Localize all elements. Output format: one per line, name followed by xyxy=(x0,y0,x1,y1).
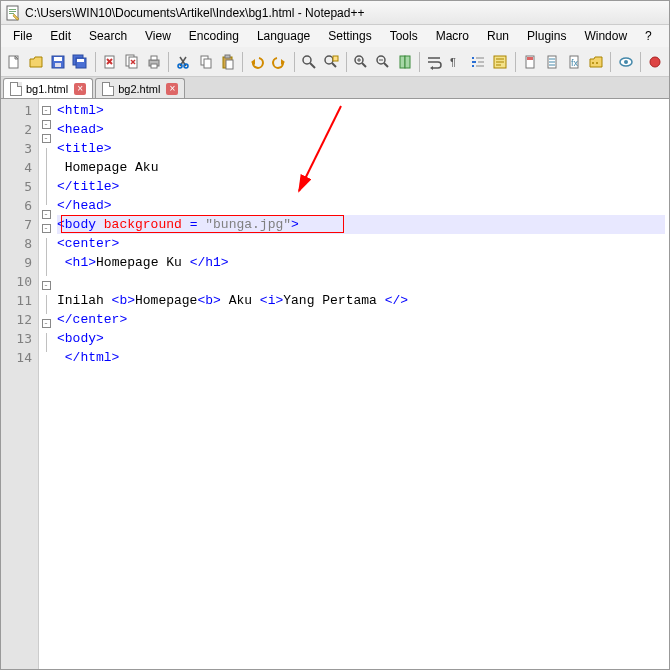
close-icon[interactable] xyxy=(101,51,120,73)
fold-toggle-icon[interactable]: - xyxy=(42,224,51,233)
code-line[interactable]: </head> xyxy=(57,196,665,215)
code-line[interactable]: </center> xyxy=(57,310,665,329)
cut-icon[interactable] xyxy=(174,51,193,73)
code-line[interactable]: <html> xyxy=(57,101,665,120)
svg-rect-45 xyxy=(400,56,405,68)
fold-toggle-icon[interactable]: - xyxy=(42,281,51,290)
menu-language[interactable]: Language xyxy=(249,27,318,45)
record-macro-icon[interactable] xyxy=(646,51,665,73)
code-line[interactable]: <body> xyxy=(57,329,665,348)
code-line[interactable]: <body background = "bunga.jpg"> xyxy=(57,215,665,234)
menu-run[interactable]: Run xyxy=(479,27,517,45)
tab-close-icon[interactable]: × xyxy=(166,83,178,95)
svg-point-69 xyxy=(592,62,594,64)
paste-icon[interactable] xyxy=(218,51,237,73)
code-line[interactable]: </title> xyxy=(57,177,665,196)
find-icon[interactable] xyxy=(300,51,319,73)
tab-label: bg1.html xyxy=(26,83,68,95)
line-number: 9 xyxy=(3,253,32,272)
sync-scroll-icon[interactable] xyxy=(395,51,414,73)
toolbar: ¶ fx xyxy=(1,47,669,77)
separator xyxy=(168,52,169,72)
fold-guide xyxy=(46,295,47,314)
code-area[interactable]: <html><head><title> Homepage Aku</title>… xyxy=(53,99,669,669)
menu-window[interactable]: Window xyxy=(576,27,635,45)
fold-guide xyxy=(46,333,47,352)
code-line[interactable]: <h1>Homepage Ku </h1> xyxy=(57,253,665,272)
svg-rect-3 xyxy=(9,13,14,14)
svg-rect-11 xyxy=(77,59,84,62)
function-list-icon[interactable]: fx xyxy=(564,51,583,73)
fold-toggle-icon[interactable]: - xyxy=(42,120,51,129)
menu-encoding[interactable]: Encoding xyxy=(181,27,247,45)
menu-file[interactable]: File xyxy=(5,27,40,45)
code-line[interactable]: <center> xyxy=(57,234,665,253)
new-file-icon[interactable] xyxy=(5,51,24,73)
svg-rect-21 xyxy=(151,64,157,68)
fold-toggle-icon[interactable]: - xyxy=(42,134,51,143)
print-icon[interactable] xyxy=(144,51,163,73)
save-icon[interactable] xyxy=(49,51,68,73)
line-number: 10 xyxy=(3,272,32,291)
menu-view[interactable]: View xyxy=(137,27,179,45)
folder-workspace-icon[interactable] xyxy=(586,51,605,73)
doc-list-icon[interactable] xyxy=(543,51,562,73)
code-line[interactable]: Homepage Aku xyxy=(57,158,665,177)
zoom-in-icon[interactable] xyxy=(351,51,370,73)
monitor-icon[interactable] xyxy=(616,51,635,73)
fold-toggle-icon[interactable]: - xyxy=(42,210,51,219)
separator xyxy=(294,52,295,72)
code-line[interactable]: <title> xyxy=(57,139,665,158)
user-lang-icon[interactable] xyxy=(491,51,510,73)
menu-search[interactable]: Search xyxy=(81,27,135,45)
code-line[interactable]: Inilah <b>Homepage<b> Aku <i>Yang Pertam… xyxy=(57,291,665,310)
svg-rect-30 xyxy=(226,60,233,69)
close-all-icon[interactable] xyxy=(123,51,142,73)
svg-rect-27 xyxy=(204,59,211,68)
separator xyxy=(640,52,641,72)
tab-bg2-html[interactable]: bg2.html× xyxy=(95,78,185,98)
fold-toggle-icon[interactable]: - xyxy=(42,106,51,115)
indent-guide-icon[interactable] xyxy=(469,51,488,73)
zoom-out-icon[interactable] xyxy=(373,51,392,73)
undo-icon[interactable] xyxy=(248,51,267,73)
line-number: 3 xyxy=(3,139,32,158)
line-number: 6 xyxy=(3,196,32,215)
line-number: 11 xyxy=(3,291,32,310)
titlebar: C:\Users\WIN10\Documents\Artikel\Index\b… xyxy=(1,1,669,25)
code-line[interactable]: </html> xyxy=(57,348,665,367)
fold-guide xyxy=(46,167,47,186)
doc-map-icon[interactable] xyxy=(521,51,540,73)
line-number: 1 xyxy=(3,101,32,120)
fold-guide xyxy=(46,257,47,276)
svg-text:¶: ¶ xyxy=(450,56,456,68)
copy-icon[interactable] xyxy=(196,51,215,73)
menu-settings[interactable]: Settings xyxy=(320,27,379,45)
window-title: C:\Users\WIN10\Documents\Artikel\Index\b… xyxy=(25,6,364,20)
menu-plugins[interactable]: Plugins xyxy=(519,27,574,45)
fold-toggle-icon[interactable]: - xyxy=(42,319,51,328)
line-number: 2 xyxy=(3,120,32,139)
menu-macro[interactable]: Macro xyxy=(428,27,477,45)
code-line[interactable] xyxy=(57,272,665,291)
svg-point-72 xyxy=(624,60,628,64)
tab-close-icon[interactable]: × xyxy=(74,83,86,95)
menu-edit[interactable]: Edit xyxy=(42,27,79,45)
tab-bg1-html[interactable]: bg1.html× xyxy=(3,78,93,98)
menu-tools[interactable]: Tools xyxy=(382,27,426,45)
show-all-chars-icon[interactable]: ¶ xyxy=(447,51,466,73)
line-number: 4 xyxy=(3,158,32,177)
tab-label: bg2.html xyxy=(118,83,160,95)
save-all-icon[interactable] xyxy=(71,51,90,73)
svg-marker-49 xyxy=(430,66,433,70)
wordwrap-icon[interactable] xyxy=(425,51,444,73)
redo-icon[interactable] xyxy=(270,51,289,73)
code-line[interactable]: <head> xyxy=(57,120,665,139)
fold-gutter: ------- xyxy=(39,99,53,669)
menu-help[interactable]: ? xyxy=(637,27,660,45)
open-file-icon[interactable] xyxy=(27,51,46,73)
replace-icon[interactable] xyxy=(322,51,341,73)
fold-guide xyxy=(46,186,47,205)
line-number: 13 xyxy=(3,329,32,348)
svg-rect-29 xyxy=(225,55,230,58)
